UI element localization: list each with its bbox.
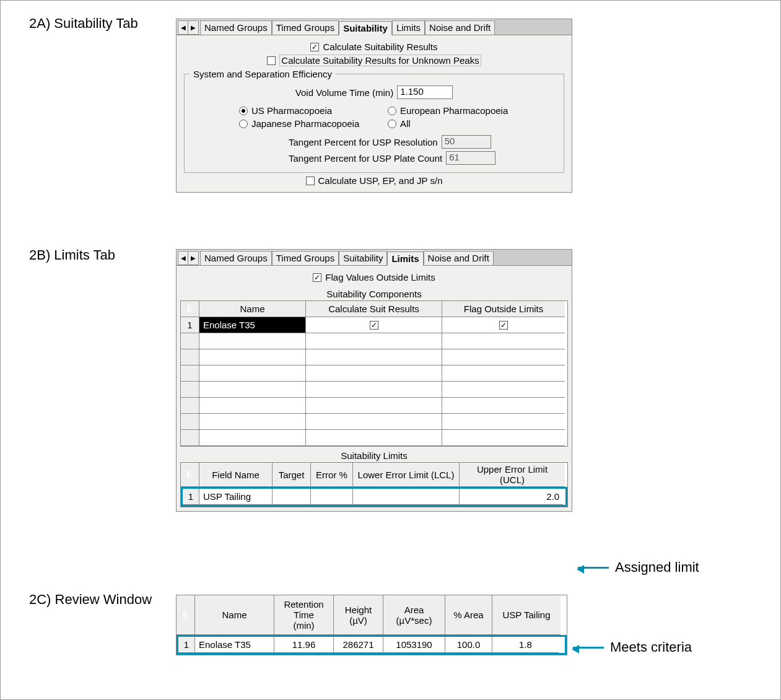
col-pct[interactable]: % Area [445, 595, 492, 635]
tangent-plate-label: Tangent Percent for USP Plate Count [289, 153, 442, 164]
cell-ucl[interactable]: 2.0 [460, 489, 563, 505]
annotation-label: Assigned limit [615, 559, 699, 575]
row-number[interactable]: 1 [183, 489, 199, 505]
cell-pct[interactable]: 100.0 [445, 637, 492, 653]
flag-outside-label: Flag Values Outside Limits [325, 272, 435, 282]
flag-outside-checkbox[interactable]: ✓ [313, 273, 321, 282]
pharmacopoeia-radio-group: US Pharmacopoeia European Pharmacopoeia … [239, 105, 559, 129]
tab-scroll-right-icon-b[interactable]: ▶ [188, 252, 198, 265]
table-row[interactable] [181, 333, 567, 349]
col-rt[interactable]: Retention Time (min) [274, 595, 334, 635]
tab-noise-drift[interactable]: Noise and Drift [425, 20, 495, 35]
suitability-panel: ◀ ▶ Named Groups Timed Groups Suitabilit… [176, 19, 572, 193]
void-volume-label: Void Volume Time (min) [295, 87, 393, 98]
table-row[interactable] [181, 414, 567, 430]
row-number[interactable]: 1 [178, 637, 195, 653]
row-number[interactable]: 1 [181, 317, 199, 333]
table-corner-icon[interactable]: E [177, 595, 195, 635]
table-row[interactable] [181, 430, 567, 446]
radio-us[interactable] [239, 107, 248, 115]
col-ucl[interactable]: Upper Error Limit (UCL) [460, 463, 565, 487]
radio-all-label: All [400, 118, 411, 129]
tab-scroll-left-icon-b[interactable]: ◀ [178, 252, 188, 265]
table-corner-icon[interactable]: E [181, 463, 199, 487]
tab-named-groups-b[interactable]: Named Groups [200, 251, 272, 265]
tab-noise-drift-b[interactable]: Noise and Drift [424, 251, 494, 265]
cell-error[interactable] [311, 489, 353, 505]
tab-timed-groups-b[interactable]: Timed Groups [272, 251, 339, 265]
table-corner-icon[interactable]: E [181, 301, 199, 317]
cell-rt[interactable]: 11.96 [274, 637, 334, 653]
cell-name[interactable]: Enolase T35 [199, 317, 306, 333]
cell-lcl[interactable] [353, 489, 460, 505]
radio-jp-label: Japanese Pharmacopoeia [251, 118, 359, 129]
annotation-label: Meets criteria [610, 639, 692, 655]
section-title-c: 2C) Review Window [29, 592, 152, 608]
row-flag-checkbox[interactable]: ✓ [499, 321, 508, 330]
table-row[interactable] [181, 365, 567, 382]
table-row[interactable] [181, 398, 567, 414]
table-row[interactable]: 1 Enolase T35 ✓ ✓ [181, 317, 567, 333]
system-efficiency-fieldset: System and Separation Efficiency Void Vo… [184, 69, 564, 173]
col-name-c[interactable]: Name [195, 595, 274, 635]
radio-all[interactable] [388, 120, 396, 128]
cell-name-c[interactable]: Enolase T35 [195, 637, 274, 653]
limits-panel: ◀ ▶ Named Groups Timed Groups Suitabilit… [176, 249, 572, 512]
limits-title: Suitability Limits [180, 447, 568, 462]
cell-area[interactable]: 1053190 [383, 637, 445, 653]
col-field-name[interactable]: Field Name [199, 463, 273, 487]
col-error[interactable]: Error % [311, 463, 353, 487]
calc-unknown-label: Calculate Suitability Results for Unknow… [279, 55, 481, 66]
calc-sn-label: Calculate USP, EP, and JP s/n [318, 175, 443, 186]
cell-target[interactable] [273, 489, 311, 505]
tab-suitability-b[interactable]: Suitability [339, 251, 387, 265]
annotation-meets-criteria: Meets criteria [573, 639, 692, 655]
tab-timed-groups[interactable]: Timed Groups [272, 20, 339, 35]
cell-flag[interactable]: ✓ [442, 317, 565, 333]
calc-sn-checkbox[interactable] [306, 177, 315, 185]
table-row[interactable]: 1 Enolase T35 11.96 286271 1053190 100.0… [178, 637, 565, 653]
tab-named-groups[interactable]: Named Groups [200, 20, 272, 35]
annotation-assigned-limit: Assigned limit [578, 559, 699, 575]
cell-field-name[interactable]: USP Tailing [199, 489, 273, 505]
table-row[interactable] [181, 382, 567, 398]
col-name[interactable]: Name [199, 301, 306, 317]
fieldset-legend: System and Separation Efficiency [190, 69, 336, 79]
tangent-resolution-input[interactable]: 50 [442, 135, 491, 149]
section-title-a: 2A) Suitability Tab [29, 15, 138, 32]
tab-nav-arrows: ◀ ▶ [178, 20, 199, 35]
row-calc-checkbox[interactable]: ✓ [370, 321, 378, 330]
calc-unknown-checkbox[interactable] [267, 56, 276, 65]
tab-bar-a: ◀ ▶ Named Groups Timed Groups Suitabilit… [177, 19, 572, 35]
tab-scroll-left-icon[interactable]: ◀ [178, 21, 188, 34]
radio-us-label: US Pharmacopoeia [251, 105, 332, 116]
section-title-b: 2B) Limits Tab [29, 247, 115, 263]
tangent-plate-input[interactable]: 61 [446, 151, 495, 165]
tab-nav-arrows-b: ◀ ▶ [178, 251, 199, 265]
tab-suitability[interactable]: Suitability [339, 21, 392, 35]
tab-limits[interactable]: Limits [392, 20, 425, 35]
col-calc[interactable]: Calculate Suit Results [306, 301, 442, 317]
tab-limits-b[interactable]: Limits [387, 252, 423, 266]
table-row[interactable] [181, 349, 567, 365]
col-target[interactable]: Target [273, 463, 311, 487]
cell-tail[interactable]: 1.8 [492, 637, 559, 653]
radio-jp[interactable] [239, 120, 248, 128]
col-flag[interactable]: Flag Outside Limits [442, 301, 565, 317]
cell-calc[interactable]: ✓ [306, 317, 442, 333]
suitability-components-table[interactable]: E Name Calculate Suit Results Flag Outsi… [180, 300, 568, 447]
radio-eu[interactable] [388, 107, 396, 115]
review-window-panel: E Name Retention Time (min) Height (µV) … [176, 595, 567, 655]
table-row[interactable]: 1 USP Tailing 2.0 [183, 489, 565, 505]
col-height[interactable]: Height (µV) [334, 595, 383, 635]
col-lcl[interactable]: Lower Error Limit (LCL) [353, 463, 460, 487]
col-tail[interactable]: USP Tailing [492, 595, 561, 635]
tab-bar-b: ◀ ▶ Named Groups Timed Groups Suitabilit… [177, 250, 572, 266]
tab-scroll-right-icon[interactable]: ▶ [188, 21, 198, 34]
review-table[interactable]: E Name Retention Time (min) Height (µV) … [176, 595, 567, 655]
suitability-limits-table[interactable]: E Field Name Target Error % Lower Error … [180, 462, 568, 507]
void-volume-input[interactable]: 1.150 [397, 85, 453, 99]
calc-suitability-checkbox[interactable]: ✓ [310, 43, 319, 51]
cell-height[interactable]: 286271 [334, 637, 383, 653]
col-area[interactable]: Area (µV*sec) [383, 595, 445, 635]
